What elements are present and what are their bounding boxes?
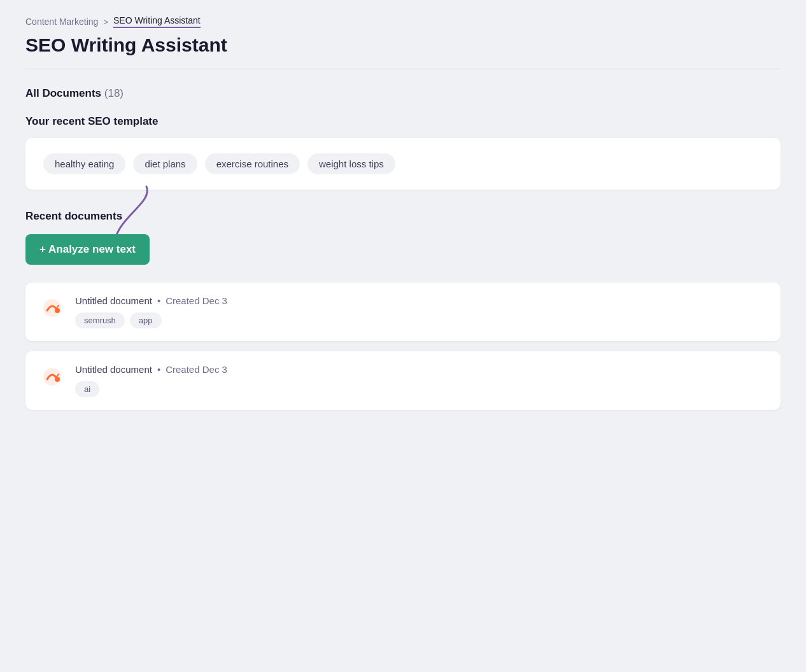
analyze-new-text-button[interactable]: + Analyze new text <box>25 234 150 265</box>
document-title-0: Untitled document <box>75 295 152 306</box>
breadcrumb: Content Marketing > SEO Writing Assistan… <box>25 15 781 28</box>
page-title: SEO Writing Assistant <box>25 34 781 56</box>
analyze-button-wrapper: + Analyze new text <box>25 234 150 283</box>
page-divider <box>25 69 781 69</box>
semrush-icon-1 <box>41 365 64 388</box>
document-tag-0-1[interactable]: app <box>130 312 162 328</box>
document-info-1: Untitled document • Created Dec 3 ai <box>75 364 765 397</box>
document-dot-0: • <box>157 295 160 306</box>
document-card-0[interactable]: Untitled document • Created Dec 3 semrus… <box>25 283 781 341</box>
all-documents-heading: All Documents (18) <box>25 87 781 100</box>
template-card: healthy eating diet plans exercise routi… <box>25 138 781 190</box>
document-dot-1: • <box>157 364 160 375</box>
document-date-0: Created Dec 3 <box>166 295 227 306</box>
keyword-pill-1[interactable]: diet plans <box>133 153 197 174</box>
analyze-btn-label: + Analyze new text <box>39 243 136 256</box>
document-info-0: Untitled document • Created Dec 3 semrus… <box>75 295 765 328</box>
svg-point-3 <box>43 368 61 386</box>
document-tag-0-0[interactable]: semrush <box>75 312 125 328</box>
document-card-1[interactable]: Untitled document • Created Dec 3 ai <box>25 351 781 410</box>
svg-point-2 <box>55 308 60 313</box>
recent-template-heading: Your recent SEO template <box>25 115 781 128</box>
document-title-row-0: Untitled document • Created Dec 3 <box>75 295 765 306</box>
keyword-pill-2[interactable]: exercise routines <box>205 153 300 174</box>
keyword-pill-0[interactable]: healthy eating <box>43 153 125 174</box>
document-tag-1-0[interactable]: ai <box>75 381 99 397</box>
recent-documents-section: Recent documents <box>25 210 781 223</box>
document-date-1: Created Dec 3 <box>166 364 227 375</box>
svg-point-1 <box>43 299 61 317</box>
recent-template-label: Your recent SEO template <box>25 115 158 127</box>
recent-documents-heading: Recent documents <box>25 210 781 223</box>
document-title-1: Untitled document <box>75 364 152 375</box>
semrush-icon-0 <box>41 297 64 319</box>
breadcrumb-current: SEO Writing Assistant <box>113 15 201 28</box>
document-tags-0: semrush app <box>75 312 765 328</box>
page-wrapper: Content Marketing > SEO Writing Assistan… <box>0 0 806 435</box>
document-title-row-1: Untitled document • Created Dec 3 <box>75 364 765 375</box>
document-tags-1: ai <box>75 381 765 397</box>
breadcrumb-separator: > <box>103 17 108 27</box>
all-documents-label: All Documents <box>25 87 101 99</box>
all-documents-count: (18) <box>104 87 124 99</box>
svg-point-4 <box>55 377 60 382</box>
breadcrumb-parent[interactable]: Content Marketing <box>25 17 98 27</box>
keyword-pill-3[interactable]: weight loss tips <box>308 153 395 174</box>
